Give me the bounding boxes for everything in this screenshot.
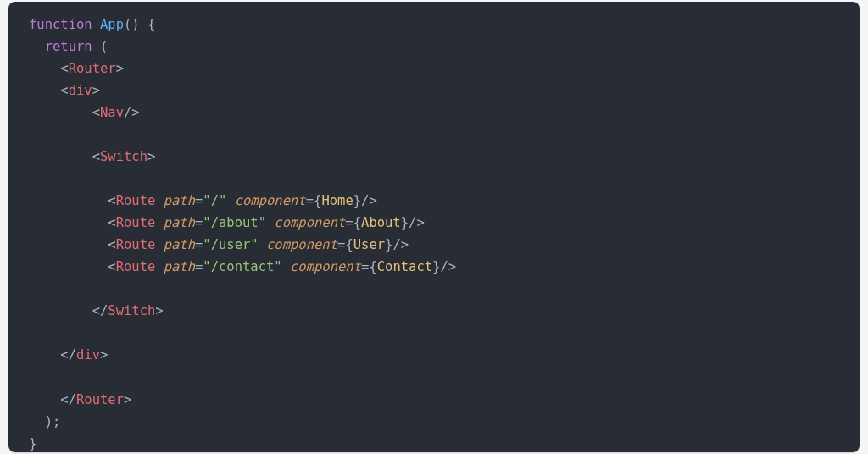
angle-close: > — [92, 83, 100, 98]
brace-open: { — [314, 193, 321, 208]
slash: / — [69, 347, 76, 363]
angle-close: > — [155, 303, 163, 318]
parens: () — [124, 17, 140, 32]
value-home: Home — [321, 193, 353, 208]
brace-close: } — [29, 436, 36, 451]
brace-open: { — [147, 17, 155, 32]
slash: / — [409, 215, 416, 230]
brace-close: } — [353, 193, 361, 208]
string-path-user: "/user" — [203, 237, 258, 252]
angle-close: > — [369, 193, 376, 208]
angle-close: > — [124, 392, 131, 407]
attr-component: component — [290, 259, 361, 274]
angle-open: < — [108, 215, 115, 230]
equals: = — [306, 193, 314, 208]
angle-close: > — [116, 61, 124, 76]
attr-path: path — [164, 237, 195, 252]
equals: = — [337, 237, 345, 252]
code-block: function App() { return ( <Router> <div>… — [8, 2, 860, 452]
angle-open: < — [60, 61, 68, 76]
paren-close: ) — [45, 414, 53, 429]
slash: / — [124, 105, 131, 120]
semicolon: ; — [53, 414, 60, 429]
attr-path: path — [164, 193, 195, 208]
component-router-close: Router — [76, 392, 124, 407]
angle-open: < — [108, 193, 115, 208]
value-contact: Contact — [377, 259, 432, 274]
equals: = — [345, 215, 353, 230]
attr-path: path — [164, 259, 195, 274]
component-switch-open: Switch — [100, 149, 147, 164]
equals: = — [195, 259, 203, 274]
brace-close: } — [432, 259, 440, 274]
angle-close: > — [100, 347, 108, 363]
value-user: User — [353, 237, 385, 252]
component-nav: Nav — [100, 105, 124, 120]
angle-open: < — [60, 83, 68, 98]
function-name: App — [100, 17, 124, 32]
component-router-open: Router — [69, 61, 116, 76]
slash: / — [392, 237, 400, 252]
string-path-contact: "/contact" — [203, 259, 281, 274]
angle-open: < — [92, 105, 100, 120]
angle-close: > — [131, 105, 139, 120]
keyword-function: function — [29, 17, 92, 32]
value-about: About — [361, 215, 401, 230]
component-switch-close: Switch — [108, 303, 155, 318]
brace-open: { — [369, 259, 376, 274]
angle-close: > — [416, 215, 424, 230]
code-content: function App() { return ( <Router> <div>… — [29, 14, 839, 452]
angle-open: < — [108, 237, 115, 252]
angle-open: < — [60, 347, 68, 363]
equals: = — [361, 259, 369, 274]
angle-open: < — [60, 392, 68, 407]
angle-close: > — [147, 149, 155, 164]
attr-path: path — [164, 215, 195, 230]
component-route: Route — [116, 215, 156, 230]
attr-component: component — [266, 237, 337, 252]
slash: / — [440, 259, 448, 274]
string-path-about: "/about" — [203, 215, 266, 230]
angle-open: < — [108, 259, 115, 274]
paren-open: ( — [100, 39, 108, 54]
slash: / — [361, 193, 369, 208]
keyword-return: return — [45, 39, 92, 54]
component-route: Route — [116, 193, 156, 208]
component-div-open: div — [69, 83, 92, 98]
component-route: Route — [116, 237, 156, 252]
slash: / — [100, 303, 108, 318]
equals: = — [195, 237, 203, 252]
brace-open: { — [353, 215, 361, 230]
component-div-close: div — [76, 347, 100, 363]
brace-open: { — [345, 237, 353, 252]
brace-close: } — [385, 237, 392, 252]
angle-open: < — [92, 149, 100, 164]
angle-close: > — [401, 237, 409, 252]
equals: = — [195, 193, 203, 208]
slash: / — [69, 392, 76, 407]
component-route: Route — [116, 259, 156, 274]
string-path-home: "/" — [203, 193, 226, 208]
brace-close: } — [401, 215, 409, 230]
equals: = — [195, 215, 203, 230]
attr-component: component — [274, 215, 345, 230]
attr-component: component — [235, 193, 306, 208]
angle-close: > — [448, 259, 456, 274]
angle-open: < — [92, 303, 100, 318]
